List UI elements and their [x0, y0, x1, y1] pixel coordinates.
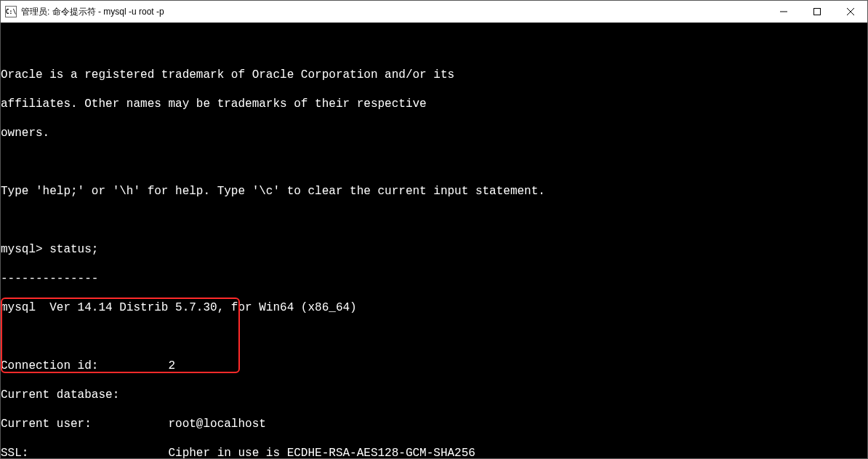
output-line: mysql Ver 14.14 Distrib 5.7.30, for Win6… — [1, 300, 867, 315]
titlebar[interactable]: C:\ 管理员: 命令提示符 - mysql -u root -p — [1, 1, 867, 23]
output-line: Oracle is a registered trademark of Orac… — [1, 68, 867, 82]
output-line: Type 'help;' or '\h' for help. Type '\c'… — [1, 184, 867, 199]
svg-rect-1 — [814, 9, 821, 15]
terminal-output[interactable]: Oracle is a registered trademark of Orac… — [1, 23, 867, 458]
output-line — [1, 39, 867, 53]
close-button[interactable] — [834, 1, 867, 23]
output-line: affiliates. Other names may be trademark… — [1, 97, 867, 111]
output-line: Connection id: 2 — [1, 359, 867, 373]
output-line: Current database: — [1, 388, 867, 402]
output-line — [1, 155, 867, 169]
output-line: -------------- — [1, 271, 867, 286]
window-title: 管理员: 命令提示符 - mysql -u root -p — [21, 6, 164, 18]
output-line: owners. — [1, 126, 867, 140]
output-line: Current user: root@localhost — [1, 417, 867, 431]
output-line — [1, 330, 867, 344]
cmd-icon: C:\ — [5, 6, 17, 17]
window-controls — [767, 1, 867, 23]
minimize-button[interactable] — [767, 1, 800, 23]
output-line: SSL: Cipher in use is ECDHE-RSA-AES128-G… — [1, 446, 867, 458]
output-line — [1, 213, 867, 228]
maximize-button[interactable] — [800, 1, 834, 23]
window-frame: C:\ 管理员: 命令提示符 - mysql -u root -p Oracle… — [0, 0, 868, 459]
prompt-line: mysql> status; — [1, 242, 867, 257]
